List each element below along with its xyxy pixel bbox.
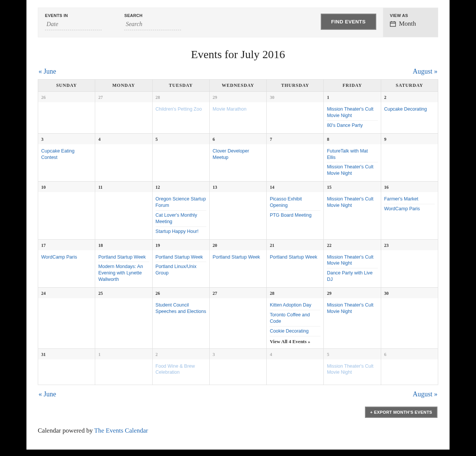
day-number: 30 [270,95,274,100]
day-number: 8 [327,137,329,142]
calendar-day[interactable]: 18Portland Startup WeekModern Mondays: A… [95,239,152,288]
view-as[interactable]: VIEW AS Month [383,8,438,37]
event-link[interactable]: Cookie Decorating [270,327,320,336]
calendar-day[interactable]: 10 [38,182,95,239]
event-link[interactable]: Cat Lover's Monthly Meeting [156,211,206,227]
next-month-link[interactable]: August » [413,390,437,398]
calendar-day[interactable]: 25 [95,288,152,349]
event-link[interactable]: Mission Theater's Cult Movie Night [327,300,377,316]
calendar-grid: SUNDAYMONDAYTUESDAYWEDNESDAYTHURSDAYFRID… [38,79,438,385]
calendar-day[interactable]: 23 [381,239,438,288]
calendar-day[interactable]: 27 [95,92,152,134]
calendar-day[interactable]: 5 [152,133,209,182]
calendar-day[interactable]: 29Mission Theater's Cult Movie Night [324,288,381,349]
event-link[interactable]: Startup Happy Hour! [156,227,206,236]
day-number: 18 [98,243,103,248]
powered-by-link[interactable]: The Events Calendar [94,427,148,434]
event-link[interactable]: Food Wine & Brew Celebration [156,362,206,377]
calendar-day[interactable]: 6Clover Developer Meetup [209,133,266,182]
event-link[interactable]: 80's Dance Party [327,121,377,130]
calendar-day[interactable]: 30 [267,92,324,134]
export-button[interactable]: + EXPORT MONTH'S EVENTS [365,407,437,418]
prev-month-link[interactable]: « June [39,68,56,75]
day-number: 27 [213,291,217,296]
calendar-day[interactable]: 30 [381,288,438,349]
day-number: 4 [98,137,100,142]
calendar-day[interactable]: 5Mission Theater's Cult Movie Night [324,348,381,385]
event-link[interactable]: Student Council Speeches and Elections [156,300,206,316]
calendar-day[interactable]: 6 [381,348,438,385]
calendar-day[interactable]: 9 [381,133,438,182]
event-link[interactable]: Dance Party with Live DJ [327,268,377,284]
event-link[interactable]: Portland Linux/Unix Group [156,262,206,278]
calendar-day[interactable]: 29Movie Marathon [209,92,266,134]
calendar-day[interactable]: 4 [267,348,324,385]
event-link[interactable]: Cupcake Eating Contest [41,146,92,162]
event-link[interactable]: Portland Startup Week [156,253,206,262]
event-link[interactable]: Kitten Adoption Day [270,300,320,310]
event-link[interactable]: Mission Theater's Cult Movie Night [327,362,377,377]
events-in-label: EVENTS IN [45,13,102,18]
calendar-day[interactable]: 7 [267,133,324,182]
day-header: TUESDAY [152,80,209,92]
search-input[interactable] [124,20,181,30]
event-link[interactable]: PTG Board Meeting [270,211,320,220]
next-month-link[interactable]: August » [413,68,437,75]
calendar-day[interactable]: 26 [38,92,95,134]
day-number: 6 [213,137,215,142]
event-link[interactable]: Clover Developer Meetup [213,146,263,162]
calendar-day[interactable]: 20Portland Startup Week [209,239,266,288]
calendar-day[interactable]: 2Food Wine & Brew Celebration [152,348,209,385]
event-link[interactable]: WordCamp Paris [41,253,92,262]
calendar-day[interactable]: 3Cupcake Eating Contest [38,133,95,182]
calendar-day[interactable]: 13 [209,182,266,239]
event-link[interactable]: Mission Theater's Cult Movie Night [327,105,377,121]
calendar-day[interactable]: 24 [38,288,95,349]
event-link[interactable]: Toronto Coffee and Code [270,310,320,327]
day-header: FRIDAY [324,80,381,92]
calendar-day[interactable]: 17WordCamp Paris [38,239,95,288]
calendar-day[interactable]: 26Student Council Speeches and Elections [152,288,209,349]
find-events-button[interactable]: FIND EVENTS [321,14,376,30]
event-link[interactable]: Mission Theater's Cult Movie Night [327,162,377,178]
event-link[interactable]: Portland Startup Week [98,253,149,262]
day-number: 5 [156,137,158,142]
event-link[interactable]: Oregon Science Startup Forum [156,194,206,211]
calendar-day[interactable]: 19Portland Startup WeekPortland Linux/Un… [152,239,209,288]
calendar-day[interactable]: 3 [209,348,266,385]
calendar-day[interactable]: 1Mission Theater's Cult Movie Night80's … [324,92,381,134]
date-input[interactable] [45,20,102,30]
event-link[interactable]: Cupcake Decorating [384,105,435,114]
filter-bar: EVENTS IN SEARCH FIND EVENTS VIEW AS [38,8,438,37]
calendar-day[interactable]: 15Mission Theater's Cult Movie Night [324,182,381,239]
calendar-day[interactable]: 12Oregon Science Startup ForumCat Lover'… [152,182,209,239]
event-link[interactable]: Modern Mondays: An Evening with Lynette … [98,262,149,284]
calendar-day[interactable]: 22Mission Theater's Cult Movie NightDanc… [324,239,381,288]
calendar-day[interactable]: 28Kitten Adoption DayToronto Coffee and … [267,288,324,349]
prev-month-link[interactable]: « June [39,390,56,398]
calendar-day[interactable]: 21Portland Startup Week [267,239,324,288]
calendar-day[interactable]: 14Picasso Exhibit OpeningPTG Board Meeti… [267,182,324,239]
view-all-link[interactable]: View All 4 Events » [270,336,320,345]
calendar-day[interactable]: 31 [38,348,95,385]
calendar-day[interactable]: 28Children's Petting Zoo [152,92,209,134]
calendar-day[interactable]: 27 [209,288,266,349]
event-link[interactable]: Movie Marathon [213,105,263,114]
calendar-day[interactable]: 1 [95,348,152,385]
event-link[interactable]: Farmer's Market [384,194,435,204]
event-link[interactable]: Mission Theater's Cult Movie Night [327,253,377,269]
event-link[interactable]: Children's Petting Zoo [156,105,206,114]
date-filter: EVENTS IN [45,13,102,30]
calendar-day[interactable]: 4 [95,133,152,182]
event-link[interactable]: Mission Theater's Cult Movie Night [327,194,377,210]
day-number: 26 [156,291,160,296]
calendar-day[interactable]: 8FutureTalk with Mat EllisMission Theate… [324,133,381,182]
event-link[interactable]: FutureTalk with Mat Ellis [327,146,377,163]
event-link[interactable]: Picasso Exhibit Opening [270,194,320,211]
event-link[interactable]: Portland Startup Week [213,253,263,262]
event-link[interactable]: WordCamp Paris [384,204,435,214]
calendar-day[interactable]: 16Farmer's MarketWordCamp Paris [381,182,438,239]
calendar-day[interactable]: 2Cupcake Decorating [381,92,438,134]
calendar-day[interactable]: 11 [95,182,152,239]
event-link[interactable]: Portland Startup Week [270,253,320,262]
